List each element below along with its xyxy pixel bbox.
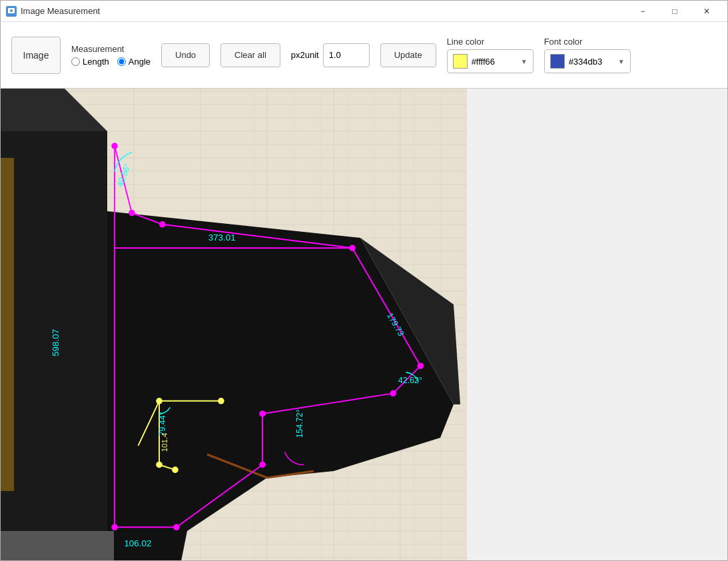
measurement-group: Measurement Length Angle: [71, 44, 151, 67]
close-button[interactable]: ✕: [691, 2, 722, 21]
line-color-chevron: ▼: [521, 58, 528, 65]
toolbar: Image Measurement Length Angle Undo Clea…: [1, 22, 727, 89]
font-color-select[interactable]: #334db3 ▼: [544, 49, 631, 73]
svg-rect-63: [1, 158, 14, 491]
update-button[interactable]: Update: [380, 43, 436, 67]
angle-label: Angle: [129, 57, 151, 67]
length-radio-label[interactable]: Length: [71, 57, 109, 67]
font-color-value: #334db3: [569, 57, 614, 67]
font-color-swatch: [550, 54, 565, 69]
image-panel[interactable]: 中国经济报 股票市场数据 综合行情指数: [1, 89, 467, 560]
window-title: Image Measurement: [21, 6, 100, 16]
image-button[interactable]: Image: [11, 37, 61, 74]
line-color-group: Line color #ffff66 ▼: [447, 37, 534, 73]
svg-point-2: [10, 9, 13, 12]
maximize-button[interactable]: □: [659, 2, 690, 21]
right-panel: [467, 89, 727, 560]
line-color-swatch: [453, 54, 468, 69]
angle-radio[interactable]: [117, 57, 126, 66]
font-color-label: Font color: [544, 37, 631, 47]
measurement-label: Measurement: [71, 44, 151, 54]
minimize-button[interactable]: −: [627, 2, 658, 21]
line-color-select[interactable]: #ffff66 ▼: [447, 49, 534, 73]
measurement-radio-group: Length Angle: [71, 57, 151, 67]
angle-radio-label[interactable]: Angle: [117, 57, 151, 67]
title-bar-controls: − □ ✕: [627, 2, 722, 21]
font-color-group: Font color #334db3 ▼: [544, 37, 631, 73]
svg-rect-64: [1, 531, 114, 560]
font-color-chevron: ▼: [618, 58, 625, 65]
px2unit-group: px2unit: [291, 43, 370, 67]
title-bar: Image Measurement − □ ✕: [1, 1, 727, 22]
line-color-label: Line color: [447, 37, 534, 47]
background-image: 中国经济报 股票市场数据 综合行情指数: [1, 89, 467, 560]
title-bar-left: Image Measurement: [6, 6, 100, 17]
length-radio[interactable]: [71, 57, 80, 66]
px2unit-input[interactable]: [323, 43, 370, 67]
app-icon: [6, 6, 17, 17]
main-content: 中国经济报 股票市场数据 综合行情指数: [1, 89, 727, 560]
undo-button[interactable]: Undo: [161, 43, 210, 67]
px2unit-label: px2unit: [291, 50, 319, 60]
clear-all-button[interactable]: Clear all: [220, 43, 280, 67]
length-label: Length: [83, 57, 109, 67]
main-window: Image Measurement − □ ✕ Image Measuremen…: [0, 0, 728, 561]
line-color-value: #ffff66: [472, 57, 517, 67]
